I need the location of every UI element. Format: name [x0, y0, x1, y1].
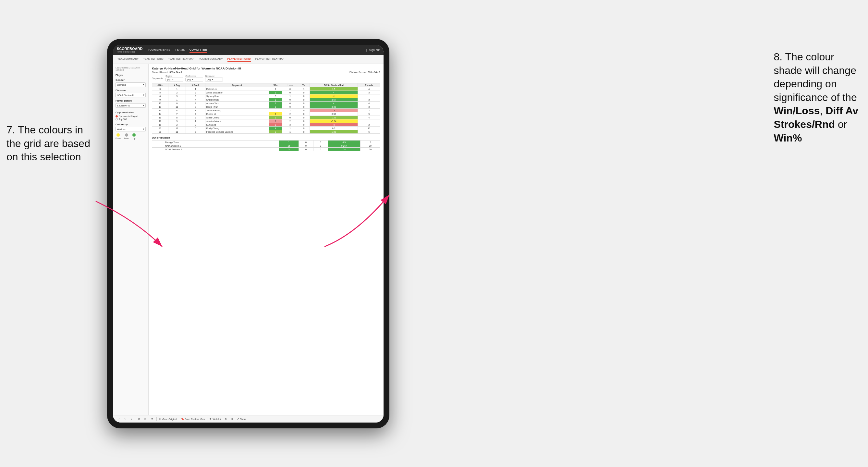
opponent-view-label: Opponent view — [116, 111, 146, 114]
cell-div: 6 — [152, 94, 168, 98]
cell-div: 13 — [152, 109, 168, 112]
undo-button[interactable]: ↩ — [116, 417, 121, 421]
legend-down: Down — [116, 133, 121, 139]
annotation-right-text: 8. The colourshade will changedepending … — [774, 51, 858, 144]
cell-tie: 0 — [298, 101, 310, 105]
table-row: 20 11 7 Federica Domecq Lacroze 2 1 0 1.… — [152, 130, 380, 134]
nav-item-teams[interactable]: TEAMS — [175, 47, 185, 53]
cell-conf: 3 — [186, 105, 205, 109]
cell-div: 10 — [152, 101, 168, 105]
cell-reg: 11 — [168, 130, 186, 134]
sub-nav-player-h2h-heatmap[interactable]: PLAYER H2H HEATMAP — [255, 57, 285, 62]
cell-div: 18 — [152, 123, 168, 127]
cell-opponent: Federica Domecq Lacroze — [205, 130, 269, 134]
cell-tie: 0 — [298, 91, 310, 94]
cell-conf: 2 — [186, 123, 205, 127]
ood-cell-opponent: NAIA Division 1 — [152, 144, 279, 148]
cell-div: 16 — [152, 119, 168, 123]
cell-div: 5 — [152, 91, 168, 94]
cell-rounds: 4 — [358, 101, 380, 105]
cell-tie: 0 — [298, 116, 310, 119]
cell-loss: 0 — [282, 87, 298, 91]
nav-item-tournaments[interactable]: TOURNAMENTS — [148, 47, 170, 53]
cell-conf: 2 — [186, 91, 205, 94]
th-opponent: Opponent — [205, 84, 269, 87]
radio-dot-checked — [116, 115, 118, 118]
cell-win: 1 — [269, 91, 282, 94]
share-btn[interactable]: ↗ Share — [237, 418, 246, 421]
cell-loss: 0 — [282, 116, 298, 119]
chevron-down-icon-watch: ▾ — [220, 418, 221, 421]
table-row: 13 8 1 Jessica Huang 0 1 0 -3 2 — [152, 109, 380, 112]
cell-reg: 8 — [168, 109, 186, 112]
opponent-select[interactable]: (All) ▾ — [205, 77, 223, 82]
ood-cell-win: 15 — [279, 144, 299, 148]
sub-nav-player-summary[interactable]: PLAYER SUMMARY — [199, 57, 223, 62]
cell-diff: 3.33 — [310, 105, 358, 109]
cell-conf: 6 — [186, 127, 205, 130]
table-row: 16 3 1 Jessica Mason 1 2 0 -0.94 — [152, 119, 380, 123]
cell-opponent: Jessica Mason — [205, 119, 269, 123]
sub-nav-team-summary[interactable]: TEAM SUMMARY — [118, 57, 138, 62]
sign-out-link[interactable]: Sign out — [369, 49, 380, 52]
region-select[interactable]: (All) ▾ — [165, 77, 183, 82]
legend-up: Up — [132, 133, 136, 139]
settings-button[interactable]: ⚙ — [223, 417, 228, 421]
cell-rounds: 3 — [358, 98, 380, 101]
save-custom-btn[interactable]: 🔖 Save Custom View — [181, 418, 205, 421]
top-nav: SCOREBOARD Powered by clippd TOURNAMENTS… — [113, 45, 383, 55]
division-select[interactable]: NCAA Division III ▾ — [116, 93, 146, 97]
redo-button[interactable]: ↪ — [123, 417, 128, 421]
chevron-down-icon-2: ▾ — [143, 94, 145, 96]
cell-conf: 3 — [186, 94, 205, 98]
cell-rounds: 11 — [358, 127, 380, 130]
grid-button[interactable]: ⊞ — [230, 417, 235, 421]
sub-nav-team-h2h-grid[interactable]: TEAM H2H GRID — [143, 57, 163, 62]
view-original-btn[interactable]: 👁 View: Original — [159, 418, 177, 421]
gender-select[interactable]: Women's ▾ — [116, 83, 146, 87]
radio-opponents-played[interactable]: Opponents Played — [116, 115, 146, 118]
cell-win: 0 — [269, 94, 282, 98]
sub-nav-player-h2h-grid[interactable]: PLAYER H2H GRID — [227, 57, 251, 62]
legend-dot-grey — [125, 133, 128, 136]
player-rank-select[interactable]: 8. Katelyn Vo ▾ — [116, 103, 146, 108]
watch-icon: 👁 — [209, 418, 212, 421]
colour-by-label: Colour by — [116, 123, 146, 126]
legend-level: Level — [124, 133, 129, 139]
copy-button[interactable]: ⧉ — [136, 417, 141, 421]
cell-conf: 3 — [186, 101, 205, 105]
cell-reg: 11 — [168, 127, 186, 130]
table-row: 6 3 3 Sydney Kuo 0 1 0 -1 — [152, 94, 380, 98]
cell-loss: 0 — [282, 98, 298, 101]
sub-nav-team-h2h-heatmap[interactable]: TEAM H2H HEATMAP — [168, 57, 194, 62]
cell-tie: 0 — [298, 112, 310, 116]
cell-loss: 1 — [282, 130, 298, 134]
colour-by-select[interactable]: Win/loss ▾ — [116, 127, 146, 131]
annotation-right: 8. The colourshade will changedepending … — [774, 50, 858, 145]
cell-reg: 3 — [168, 119, 186, 123]
cell-diff: 1.33 — [310, 130, 358, 134]
radio-top100[interactable]: Top 100 — [116, 118, 146, 120]
nav-item-committee[interactable]: COMMITTEE — [189, 47, 207, 53]
conference-select[interactable]: (All) ▾ — [185, 77, 203, 82]
player-section-label: Player — [116, 74, 146, 76]
sub-nav: TEAM SUMMARY TEAM H2H GRID TEAM H2H HEAT… — [113, 55, 383, 64]
cell-diff: 4 — [310, 101, 358, 105]
ood-cell-win: 1 — [279, 141, 299, 144]
cell-tie: 0 — [298, 127, 310, 130]
logo: SCOREBOARD Powered by clippd — [117, 47, 143, 53]
table-row: 10 6 3 Andrea York 2 0 0 4 4 — [152, 101, 380, 105]
ood-cell-loss: 0 — [299, 141, 313, 144]
cell-diff: 1.25 — [310, 116, 358, 119]
cell-win: 0 — [269, 109, 282, 112]
table-row: 20 11 6 Emily Chang 4 1 0 0.3 11 — [152, 127, 380, 130]
redo2-button[interactable]: ↩ — [130, 417, 135, 421]
cell-win: 1 — [269, 98, 282, 101]
cell-loss: 2 — [282, 119, 298, 123]
watch-btn[interactable]: 👁 Watch ▾ — [209, 418, 221, 421]
clock-button[interactable]: ⏱ — [149, 417, 154, 421]
paste-button[interactable]: ⎘ — [143, 417, 147, 421]
cell-opponent: Stella Cheng — [205, 116, 269, 119]
cell-loss: 2 — [282, 112, 298, 116]
cell-win: 1 — [269, 119, 282, 123]
